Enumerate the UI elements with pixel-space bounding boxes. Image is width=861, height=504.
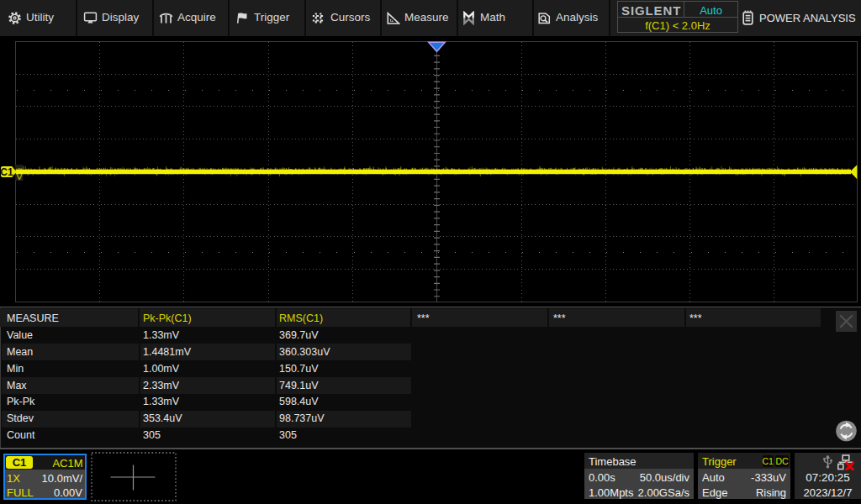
svg-text:C1: C1 xyxy=(0,166,13,178)
